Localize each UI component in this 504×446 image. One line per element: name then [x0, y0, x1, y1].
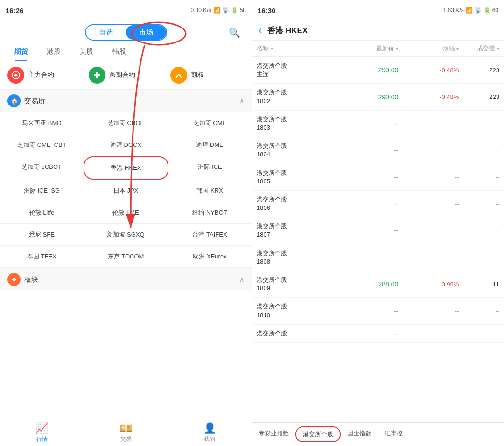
stock-name-0: 港交所个股主连 — [257, 62, 337, 78]
exchange-sfe[interactable]: 悉尼 SFE — [0, 224, 84, 245]
nav-jiaoyi[interactable]: 💴 交易 — [84, 418, 168, 446]
stock-row-1[interactable]: 港交所个股1802290.00-0.48%223 — [252, 84, 504, 110]
exchange-tfex[interactable]: 泰国 TFEX — [0, 246, 84, 267]
th-volume[interactable]: 成交量 ▾ — [459, 44, 499, 53]
subtab-meigu[interactable]: 美股 — [70, 42, 103, 61]
stock-vol-6: -- — [459, 227, 499, 234]
stock-change-0: -0.48% — [398, 67, 459, 74]
tab-shichang[interactable]: 市场 — [126, 25, 166, 40]
stock-row-2[interactable]: 港交所个股1803------ — [252, 111, 504, 137]
stock-vol-0: 223 — [459, 67, 499, 74]
blocks-icon: ❖ — [7, 273, 21, 286]
right-tab-2[interactable]: 国企指数 — [341, 426, 378, 442]
exchange-row-4: 洲际 ICE_SG 日本 JPX 韩国 KRX — [0, 180, 252, 202]
subtab-qihuo[interactable]: 期货 — [5, 42, 37, 61]
contract-main[interactable]: 主力合约 — [7, 67, 81, 84]
stock-price-9: -- — [337, 307, 398, 315]
svg-rect-2 — [94, 74, 100, 76]
wifi-icon-r: 📡 — [475, 7, 482, 14]
contract-option[interactable]: 期权 — [170, 67, 244, 84]
exchange-taifex[interactable]: 台湾 TAIFEX — [168, 224, 252, 245]
subtab-ganggu[interactable]: 港股 — [37, 42, 70, 61]
nav-wode[interactable]: 👤 我的 — [168, 418, 252, 446]
contract-cross-label: 跨期合约 — [109, 71, 135, 79]
stock-vol-1: 223 — [459, 93, 499, 100]
stock-price-0: 290.00 — [337, 66, 398, 74]
exchange-cme[interactable]: 芝加哥 CME — [168, 112, 252, 134]
exchange-jpx[interactable]: 日本 JPX — [84, 180, 168, 202]
stock-row-9[interactable]: 港交所个股1810------ — [252, 298, 504, 324]
stock-row-7[interactable]: 港交所个股1808------ — [252, 244, 504, 271]
stock-vol-9: -- — [459, 307, 499, 314]
exchange-lme[interactable]: 伦敦 LME — [84, 202, 168, 223]
exchange-sgxq[interactable]: 新加坡 SGXQ — [84, 224, 168, 245]
nav-hangqing-label: 行情 — [36, 435, 48, 443]
stock-row-4[interactable]: 港交所个股1805------ — [252, 164, 504, 191]
exchange-liffe[interactable]: 伦敦 Liffe — [0, 202, 84, 223]
exchange-row-5: 伦敦 Liffe 伦敦 LME 纽约 NYBOT — [0, 202, 252, 224]
exchange-cme-cbt[interactable]: 芝加哥 CME_CBT — [0, 134, 84, 156]
time-right: 16:30 — [258, 7, 275, 14]
contract-main-icon — [7, 67, 24, 84]
exchange-ice-sg[interactable]: 洲际 ICE_SG — [0, 180, 84, 202]
speed-right: 1.63 K/s — [443, 7, 464, 14]
stock-row-0[interactable]: 港交所个股主连290.00-0.48%223 — [252, 57, 504, 84]
status-icons-right: 1.63 K/s 📶 📡 🔋 60 — [443, 7, 498, 14]
exchange-nybot[interactable]: 纽约 NYBOT — [168, 202, 252, 223]
exchange-krx[interactable]: 韩国 KRX — [168, 180, 252, 202]
exchange-cboe[interactable]: 芝加哥 CBOE — [84, 112, 168, 134]
exchange-dme[interactable]: 迪拜 DME — [168, 134, 252, 156]
nav-wode-label: 我的 — [204, 435, 215, 443]
exchange-xeurex[interactable]: 欧洲 XEurex — [168, 246, 252, 267]
stock-change-8: -0.99% — [398, 281, 459, 288]
stock-row-6[interactable]: 港交所个股1807------ — [252, 217, 504, 244]
exchange-tocom[interactable]: 东京 TOCOM — [84, 246, 168, 267]
stock-name-6: 港交所个股1807 — [257, 222, 337, 239]
stock-change-6: -- — [398, 227, 459, 234]
blocks-chevron[interactable]: ∧ — [239, 276, 244, 283]
contract-cross[interactable]: 跨期合约 — [89, 67, 162, 84]
blocks-section-header: ❖ 板块 ∧ — [0, 268, 252, 291]
right-tab-3[interactable]: 汇丰控 — [378, 426, 409, 442]
exchange-ice[interactable]: 洲际 ICE — [168, 156, 252, 180]
battery-num-right: 60 — [492, 7, 498, 14]
stock-row-5[interactable]: 港交所个股1806------ — [252, 191, 504, 217]
stock-name-5: 港交所个股1806 — [257, 195, 337, 212]
stock-vol-10: -- — [459, 330, 499, 337]
exchange-row-6: 悉尼 SFE 新加坡 SGXQ 台湾 TAIFEX — [0, 224, 252, 246]
tab-zixuan[interactable]: 自选 — [86, 25, 126, 40]
exchange-hkex[interactable]: 香港 HKEX — [84, 156, 168, 180]
exchange-dgcx[interactable]: 迪拜 DGCX — [84, 134, 168, 156]
back-button[interactable]: ‹ — [259, 24, 262, 36]
right-tab-0[interactable]: 专彩业指数 — [252, 426, 295, 442]
search-icon-left[interactable]: 🔍 — [229, 27, 240, 38]
sub-tabs: 期货 港股 美股 韩股 — [0, 42, 252, 61]
battery-left: 🔋 — [231, 7, 238, 14]
blocks-label: 板块 — [24, 275, 38, 284]
exchange-title: 🏠 交易所 — [7, 94, 45, 107]
th-change[interactable]: 涨幅 ▾ — [398, 44, 459, 53]
right-tab-1[interactable]: 港交所个股 — [295, 426, 341, 442]
status-bar-right: 16:30 1.63 K/s 📶 📡 🔋 60 — [252, 0, 504, 21]
nav-hangqing[interactable]: 📈 行情 — [0, 418, 84, 446]
right-panel: 16:30 1.63 K/s 📶 📡 🔋 60 ‹ 香港 HKEX 名称 ▾ 最… — [252, 0, 504, 446]
stock-vol-4: -- — [459, 174, 499, 181]
th-price[interactable]: 最新价 ▾ — [337, 44, 398, 53]
table-header: 名称 ▾ 最新价 ▾ 涨幅 ▾ 成交量 ▾ — [252, 41, 504, 57]
stock-name-10: 港交所个股 — [257, 329, 337, 338]
chevron-up-icon[interactable]: ∧ — [239, 97, 244, 105]
stock-row-10[interactable]: 港交所个股------ — [252, 325, 504, 343]
exchange-ecbot[interactable]: 芝加哥 eCBOT — [0, 156, 84, 180]
stock-price-2: -- — [337, 120, 398, 127]
stock-price-10: -- — [337, 330, 398, 337]
stock-vol-2: -- — [459, 120, 499, 127]
bottom-nav: 📈 行情 💴 交易 👤 我的 — [0, 418, 252, 446]
stock-price-5: -- — [337, 200, 398, 208]
stock-price-8: 288.00 — [337, 280, 398, 288]
exchange-bmd[interactable]: 马来西亚 BMD — [0, 112, 84, 134]
subtab-hangu[interactable]: 韩股 — [103, 42, 135, 61]
right-bottom-tabs: 专彩业指数港交所个股国企指数汇丰控 — [252, 422, 504, 446]
nav-hangqing-icon: 📈 — [35, 422, 48, 434]
stock-row-8[interactable]: 港交所个股1809288.00-0.99%11 — [252, 271, 504, 298]
stock-row-3[interactable]: 港交所个股1804------ — [252, 137, 504, 164]
